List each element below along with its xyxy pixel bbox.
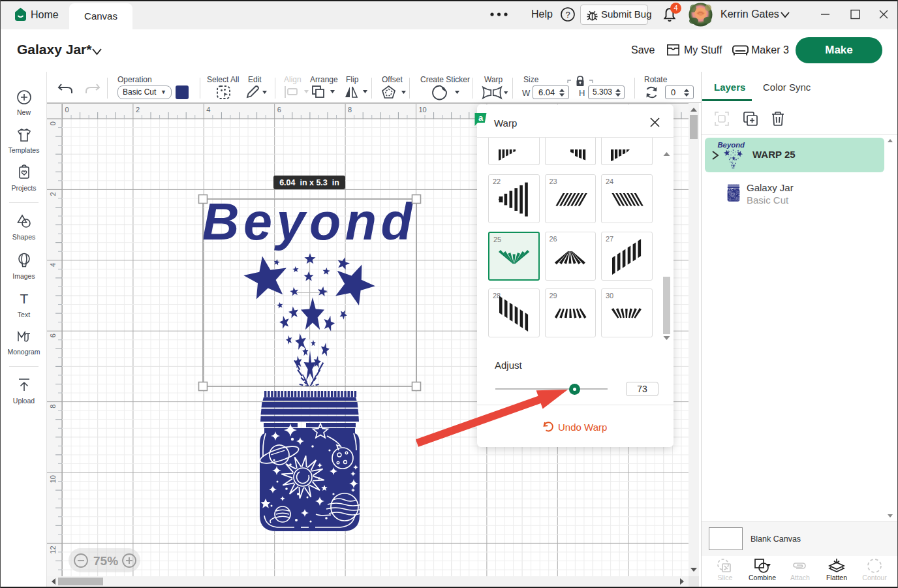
svg-text:6.04 in x 5.3 in: 6.04 in x 5.3 in bbox=[279, 178, 339, 187]
svg-text:a: a bbox=[478, 113, 484, 123]
svg-text:75%: 75% bbox=[93, 554, 118, 568]
svg-text:Beyond: Beyond bbox=[717, 141, 745, 149]
svg-text:Beyond: Beyond bbox=[202, 193, 417, 251]
